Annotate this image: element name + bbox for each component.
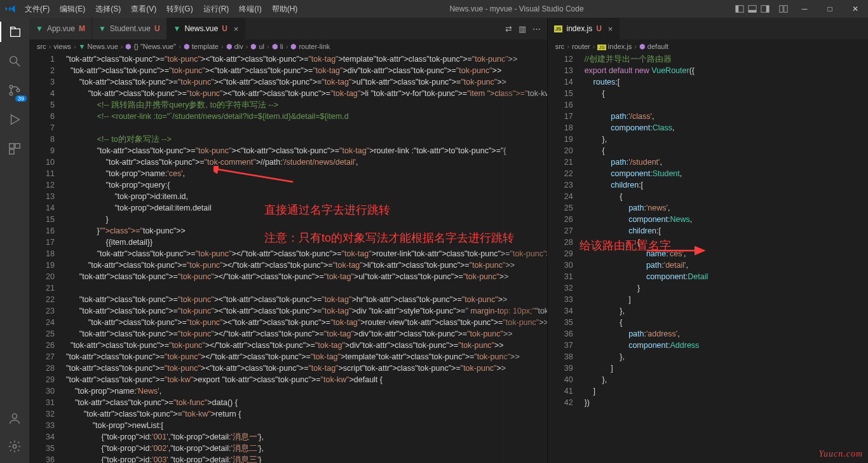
svg-rect-5: [766, 6, 768, 13]
breadcrumb-item[interactable]: src: [37, 43, 46, 50]
close-button[interactable]: ✕: [843, 2, 868, 16]
menu-go[interactable]: 转到(G): [162, 1, 197, 17]
breadcrumb-item[interactable]: ⬢ template: [184, 43, 219, 51]
breadcrumb-item[interactable]: ⬢ li: [272, 43, 283, 51]
more-icon[interactable]: ⋯: [532, 24, 541, 34]
svg-rect-6: [780, 6, 783, 13]
maximize-button[interactable]: □: [817, 2, 843, 16]
menu-run[interactable]: 运行(R): [199, 1, 234, 17]
tab-index-js[interactable]: JSindex.jsU×: [548, 18, 620, 39]
tab-label: index.js: [566, 24, 592, 33]
layout-controls[interactable]: [731, 4, 792, 13]
svg-rect-3: [749, 10, 756, 13]
tab-bar-right: JSindex.jsU×: [548, 18, 868, 39]
breadcrumb-item[interactable]: JS index.js: [597, 43, 632, 50]
menu-bar: 文件(F) 编辑(E) 选择(S) 查看(V) 转到(G) 运行(R) 终端(I…: [20, 1, 302, 17]
explorer-icon[interactable]: [0, 22, 29, 42]
breadcrumb-item[interactable]: ▼ News.vue: [79, 43, 118, 50]
modified-indicator: U: [222, 24, 227, 33]
code-editor-left[interactable]: 1234567891011121314151617181920212223242…: [29, 53, 547, 463]
breadcrumb-item[interactable]: ⬢ div: [226, 43, 243, 51]
compare-icon[interactable]: ⇄: [505, 24, 512, 34]
main-area: 39 ▼App.vueM▼Student.vueU▼News.vueU× ⇄ ▥…: [0, 18, 868, 463]
watermark: Yuucn.com: [818, 449, 863, 459]
split-icon[interactable]: ▥: [519, 24, 526, 34]
svg-point-11: [10, 92, 13, 95]
vue-icon: ▼: [98, 24, 106, 33]
settings-icon[interactable]: [0, 436, 29, 457]
svg-point-10: [10, 85, 13, 88]
editor-area: ▼App.vueM▼Student.vueU▼News.vueU× ⇄ ▥ ⋯ …: [29, 18, 868, 463]
vue-icon: ▼: [173, 24, 181, 33]
svg-point-12: [17, 89, 20, 92]
extensions-icon[interactable]: [0, 139, 29, 159]
tab-label: App.vue: [47, 24, 75, 33]
breadcrumb-right[interactable]: src › router › JS index.js › ⬢ default: [548, 39, 868, 53]
modified-indicator: U: [154, 24, 160, 33]
vue-icon: ▼: [36, 24, 43, 33]
close-tab-icon[interactable]: ×: [234, 24, 239, 34]
svg-marker-13: [11, 115, 20, 125]
breadcrumb-item[interactable]: ⬢ {} "News.vue": [125, 43, 176, 51]
breadcrumb-item[interactable]: src: [555, 43, 565, 50]
editor-pane-right: JSindex.jsU× src › router › JS index.js …: [548, 18, 868, 463]
run-debug-icon[interactable]: [0, 109, 29, 130]
svg-rect-1: [736, 6, 738, 13]
window-title: News.vue - myvue - Visual Studio Code: [302, 4, 731, 13]
minimap[interactable]: [503, 53, 547, 463]
menu-terminal[interactable]: 终端(I): [234, 1, 266, 17]
tab-bar-left: ▼App.vueM▼Student.vueU▼News.vueU× ⇄ ▥ ⋯: [29, 18, 547, 39]
svg-rect-15: [15, 144, 20, 148]
minimize-button[interactable]: ─: [792, 2, 817, 16]
menu-view[interactable]: 查看(V): [126, 1, 161, 17]
activity-bar: 39: [0, 18, 29, 463]
tab-actions[interactable]: ⇄ ▥ ⋯: [499, 24, 547, 34]
tab-label: Student.vue: [110, 24, 151, 33]
svg-rect-7: [784, 6, 787, 13]
search-icon[interactable]: [0, 51, 29, 71]
breadcrumb-item[interactable]: ⬢ default: [639, 43, 668, 51]
code-editor-right[interactable]: 1213141516171819202122232425262728293031…: [548, 53, 868, 463]
breadcrumb-item[interactable]: ⬢ router-link: [290, 43, 330, 51]
title-bar: 文件(F) 编辑(E) 选择(S) 查看(V) 转到(G) 运行(R) 终端(I…: [0, 0, 868, 18]
vscode-icon: [0, 4, 20, 14]
js-icon: JS: [554, 25, 563, 32]
tab-News-vue[interactable]: ▼News.vueU×: [167, 18, 246, 39]
scm-badge: 39: [15, 95, 27, 102]
modified-indicator: M: [79, 24, 85, 33]
tab-App-vue[interactable]: ▼App.vueM: [29, 18, 92, 39]
breadcrumb-left[interactable]: src › views › ▼ News.vue › ⬢ {} "News.vu…: [29, 39, 547, 53]
menu-help[interactable]: 帮助(H): [268, 1, 302, 17]
tab-Student-vue[interactable]: ▼Student.vueU: [92, 18, 167, 39]
svg-point-8: [10, 57, 17, 64]
menu-selection[interactable]: 选择(S): [91, 1, 125, 17]
menu-file[interactable]: 文件(F): [20, 1, 54, 17]
breadcrumb-item[interactable]: router: [572, 43, 590, 50]
svg-rect-14: [10, 144, 14, 148]
accounts-icon[interactable]: [0, 408, 29, 429]
svg-rect-16: [10, 149, 14, 154]
window-controls: ─ □ ✕: [792, 2, 868, 16]
breadcrumb-item[interactable]: views: [53, 43, 71, 50]
source-control-icon[interactable]: 39: [0, 80, 29, 100]
editor-pane-left: ▼App.vueM▼Student.vueU▼News.vueU× ⇄ ▥ ⋯ …: [29, 18, 548, 463]
close-tab-icon[interactable]: ×: [608, 24, 613, 34]
tab-label: News.vue: [184, 24, 218, 33]
menu-edit[interactable]: 编辑(E): [55, 1, 90, 17]
svg-point-17: [12, 414, 17, 418]
modified-indicator: U: [596, 24, 602, 33]
breadcrumb-item[interactable]: ⬢ ul: [250, 43, 264, 51]
svg-point-18: [13, 445, 17, 448]
svg-line-9: [17, 63, 20, 67]
